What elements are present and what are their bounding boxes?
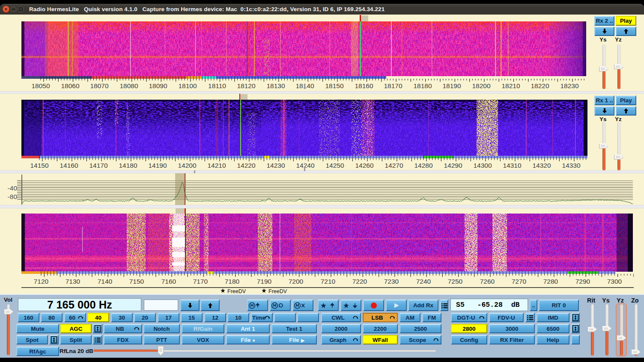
svg-text:FreeDV: FreeDV	[268, 288, 287, 294]
svg-text:FreeDV: FreeDV	[227, 288, 246, 294]
